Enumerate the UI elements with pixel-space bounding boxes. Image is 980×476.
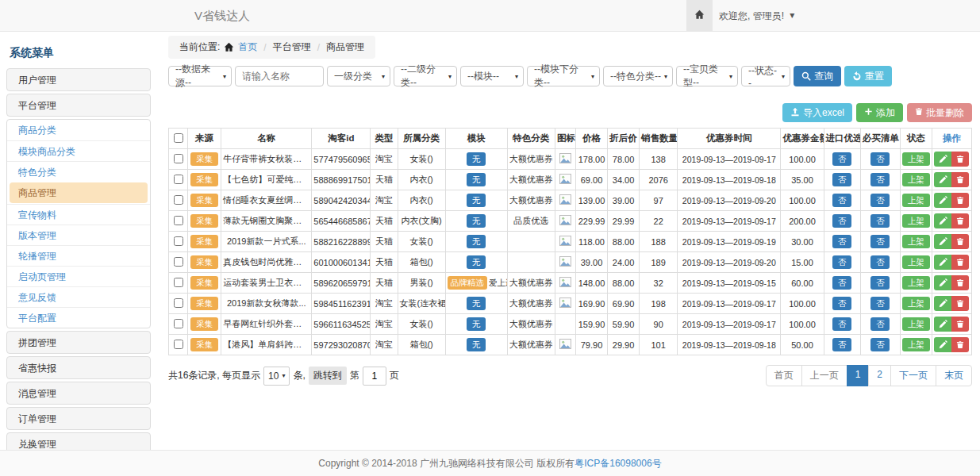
sidebar-item-拼团管理[interactable]: 拼团管理 [6,331,151,354]
row-checkbox[interactable] [174,340,183,349]
pager-item-1[interactable]: 1 [847,365,870,386]
sidebar-item-版本管理[interactable]: 版本管理 [7,225,150,245]
must-buy-toggle[interactable]: 否 [870,276,890,290]
edit-button[interactable] [934,296,951,311]
delete-button[interactable] [951,296,969,311]
status-badge[interactable]: 上架 [902,338,930,351]
batch-delete-button[interactable]: 批量删除 [907,103,972,122]
jump-button[interactable]: 跳转到 [309,367,347,385]
breadcrumb-home-link[interactable]: 首页 [238,40,257,54]
edit-button[interactable] [934,275,951,290]
edit-button[interactable] [934,337,951,352]
page-size-select[interactable]: 10 ▾ [263,367,290,386]
filter-select[interactable]: --宝贝类型--▾ [676,66,738,86]
module-badge[interactable]: 无 [467,255,486,269]
delete-button[interactable] [951,172,969,187]
import-select-toggle[interactable]: 否 [832,152,852,166]
pager-item-2[interactable]: 2 [868,365,891,386]
select-all-checkbox[interactable] [174,133,183,143]
add-button[interactable]: 添加 [856,103,903,122]
status-badge[interactable]: 上架 [902,214,930,228]
status-badge[interactable]: 上架 [902,173,930,186]
filter-select[interactable]: --数据来源--▾ [168,66,232,86]
reset-button[interactable]: 重置 [844,66,892,86]
search-name-input[interactable] [235,66,324,86]
must-buy-toggle[interactable]: 否 [870,152,890,166]
delete-button[interactable] [951,234,969,249]
row-checkbox[interactable] [174,154,183,163]
filter-select[interactable]: --状态--▾ [741,66,790,86]
row-checkbox[interactable] [174,278,183,287]
delete-button[interactable] [951,275,969,290]
sidebar-item-特色分类[interactable]: 特色分类 [7,161,150,182]
row-checkbox[interactable] [174,175,183,184]
must-buy-toggle[interactable]: 否 [870,214,890,228]
module-badge[interactable]: 品牌精选 [448,276,487,290]
import-select-toggle[interactable]: 否 [832,338,852,351]
sidebar-item-平台管理[interactable]: 平台管理 [6,94,151,117]
must-buy-toggle[interactable]: 否 [870,297,890,310]
edit-button[interactable] [934,193,951,208]
delete-button[interactable] [951,337,969,352]
module-badge[interactable]: 无 [467,214,486,228]
status-badge[interactable]: 上架 [902,152,930,166]
status-badge[interactable]: 上架 [902,194,930,207]
pager-item-末页[interactable]: 末页 [936,365,972,386]
icp-link[interactable]: 粤ICP备16098006号 [575,458,661,469]
user-menu[interactable]: 欢迎您, 管理员! ▾ [719,0,794,32]
sidebar-item-订单管理[interactable]: 订单管理 [6,407,151,430]
row-checkbox[interactable] [174,236,183,246]
edit-button[interactable] [934,255,951,270]
module-badge[interactable]: 无 [467,194,486,207]
row-checkbox[interactable] [174,216,183,225]
status-badge[interactable]: 上架 [902,276,930,290]
sidebar-item-启动页管理[interactable]: 启动页管理 [7,266,150,286]
edit-button[interactable] [934,234,951,249]
sidebar-item-意见反馈[interactable]: 意见反馈 [7,286,150,307]
row-checkbox[interactable] [174,257,183,267]
sidebar-item-商品分类[interactable]: 商品分类 [7,120,150,140]
sidebar-item-商品管理[interactable]: 商品管理 [10,182,148,203]
sidebar-item-平台配置[interactable]: 平台配置 [7,307,150,328]
must-buy-toggle[interactable]: 否 [870,173,890,186]
filter-select[interactable]: 一级分类▾ [327,66,390,86]
import-select-toggle[interactable]: 否 [832,235,852,248]
delete-button[interactable] [951,255,969,270]
query-button[interactable]: 查询 [794,66,841,86]
module-badge[interactable]: 无 [467,297,486,310]
must-buy-toggle[interactable]: 否 [870,194,890,207]
sidebar-item-宣传物料[interactable]: 宣传物料 [7,204,150,225]
filter-select[interactable]: --模块--▾ [460,66,524,86]
import-select-toggle[interactable]: 否 [832,317,852,331]
sidebar-item-消息管理[interactable]: 消息管理 [6,382,151,405]
filter-select[interactable]: --模块下分类--▾ [527,66,600,86]
pager-item-下一页[interactable]: 下一页 [890,365,936,386]
import-select-toggle[interactable]: 否 [832,255,852,269]
must-buy-toggle[interactable]: 否 [870,255,890,269]
import-excel-button[interactable]: 导入excel [782,103,852,122]
delete-button[interactable] [951,152,969,167]
import-select-toggle[interactable]: 否 [832,173,852,186]
pager-item-首页[interactable]: 首页 [766,365,802,386]
module-badge[interactable]: 无 [467,338,486,351]
sidebar-item-省惠快报[interactable]: 省惠快报 [6,356,151,379]
edit-button[interactable] [934,152,951,167]
import-select-toggle[interactable]: 否 [832,297,852,310]
must-buy-toggle[interactable]: 否 [870,235,890,248]
edit-button[interactable] [934,317,951,332]
module-badge[interactable]: 无 [467,152,486,166]
import-select-toggle[interactable]: 否 [832,276,852,290]
jump-page-input[interactable] [363,367,386,386]
import-select-toggle[interactable]: 否 [832,194,852,207]
filter-select[interactable]: --特色分类--▾ [603,66,673,86]
sidebar-item-用户管理[interactable]: 用户管理 [6,68,151,91]
edit-button[interactable] [934,172,951,187]
module-badge[interactable]: 无 [467,173,486,186]
must-buy-toggle[interactable]: 否 [870,338,890,351]
row-checkbox[interactable] [174,298,183,308]
pager-item-上一页[interactable]: 上一页 [801,365,847,386]
import-select-toggle[interactable]: 否 [832,214,852,228]
sidebar-item-模块商品分类[interactable]: 模块商品分类 [7,140,150,161]
status-badge[interactable]: 上架 [902,317,930,331]
module-badge[interactable]: 无 [467,235,486,248]
